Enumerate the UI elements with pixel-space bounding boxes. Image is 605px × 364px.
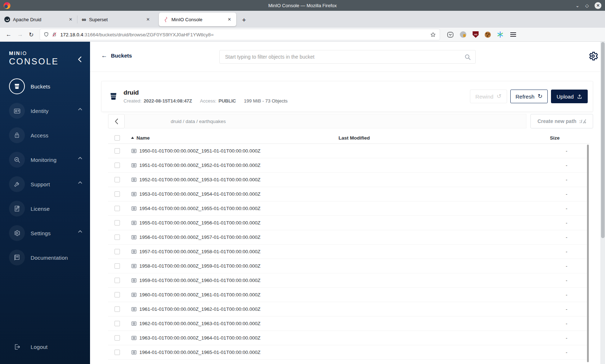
rewind-button[interactable]: Rewind↺ (470, 90, 507, 103)
table-row[interactable]: 1960-01-01T00:00:00.000Z_1961-01-01T00:0… (108, 288, 590, 302)
table-row[interactable]: 1950-01-01T00:00:00.000Z_1951-01-01T00:0… (108, 144, 590, 158)
tab-minio-console[interactable]: MinIO Console ✕ (159, 13, 236, 26)
row-checkbox[interactable] (115, 321, 120, 326)
tab-apache-druid[interactable]: Apache Druid ✕ (0, 13, 77, 26)
url-bar[interactable]: 172.18.0.4:31664/buckets/druid/browse/ZG… (40, 29, 440, 40)
page-scrollbar-thumb[interactable] (601, 42, 605, 238)
table-row[interactable]: 1961-01-01T00:00:00.000Z_1962-01-01T00:0… (108, 302, 590, 317)
row-checkbox[interactable] (115, 249, 120, 254)
table-row[interactable]: 1952-01-01T00:00:00.000Z_1953-01-01T00:0… (108, 173, 590, 187)
tab-close-icon[interactable]: ✕ (226, 16, 233, 23)
row-checkbox[interactable] (115, 278, 120, 283)
window-close-icon[interactable]: ✕ (595, 2, 601, 9)
sidebar-item-support[interactable]: Support (0, 176, 90, 192)
row-checkbox[interactable] (115, 206, 120, 211)
tracking-shield-icon[interactable] (44, 32, 49, 37)
page-scrollbar-track[interactable] (600, 42, 605, 364)
sidebar-item-license[interactable]: License (0, 201, 90, 217)
table-row[interactable]: 1951-01-01T00:00:00.000Z_1952-01-01T00:0… (108, 158, 590, 173)
cookie-extension-icon[interactable] (485, 32, 491, 38)
privacy-extension-icon[interactable] (460, 31, 466, 38)
nav-back-icon[interactable]: ← (6, 31, 12, 38)
create-new-path-button[interactable]: Create new path :/ (530, 114, 593, 128)
table-row[interactable]: 1954-01-01T00:00:00.000Z_1955-01-01T00:0… (108, 201, 590, 216)
chevron-up-icon[interactable] (78, 157, 82, 159)
sidebar-collapse-icon[interactable] (77, 56, 82, 63)
bookmark-star-icon[interactable] (430, 32, 436, 38)
path-back-button[interactable] (108, 114, 125, 128)
window-titlebar: MinIO Console — Mozilla Firefox ⌄ ◇ ✕ (0, 0, 605, 11)
table-row[interactable]: 1965-01-01T00:00:00.000Z_1966-01-01T00:0… (108, 360, 590, 364)
row-checkbox[interactable] (115, 235, 120, 240)
chevron-up-icon[interactable] (78, 181, 82, 184)
sidebar-item-access[interactable]: Access (0, 127, 90, 143)
bucket-icon (13, 83, 21, 90)
table-row[interactable]: 1962-01-01T00:00:00.000Z_1963-01-01T00:0… (108, 317, 590, 331)
search-input[interactable] (225, 54, 464, 60)
tab-close-icon[interactable]: ✕ (67, 16, 74, 23)
table-row[interactable]: 1963-01-01T00:00:00.000Z_1964-01-01T00:0… (108, 331, 590, 345)
tab-close-icon[interactable]: ✕ (145, 16, 151, 23)
table-scrollbar[interactable] (587, 145, 589, 362)
breadcrumb[interactable]: druid / data / earthquakes (125, 114, 526, 128)
object-size: - (543, 191, 590, 197)
filter-objects-search[interactable] (219, 50, 476, 64)
select-all-checkbox[interactable] (115, 135, 120, 141)
column-size[interactable]: Size (543, 135, 590, 141)
menu-hamburger-icon[interactable] (510, 32, 516, 37)
row-checkbox[interactable] (115, 263, 120, 269)
sidebar-item-documentation[interactable]: Documentation (0, 250, 90, 265)
browser-toolbar: ← → ↻ 172.18.0.4:31664/buckets/druid/bro… (0, 28, 605, 42)
gear-icon (13, 229, 21, 237)
refresh-button[interactable]: Refresh↻ (510, 90, 548, 103)
sidebar-item-settings[interactable]: Settings (0, 225, 90, 241)
back-to-buckets-button[interactable]: ← Buckets (101, 53, 132, 59)
settings-gear-icon[interactable] (588, 51, 599, 62)
object-name: 1952-01-01T00:00:00.000Z_1953-01-01T00:0… (139, 177, 260, 182)
sidebar-item-identity[interactable]: Identity (0, 103, 90, 119)
sidebar-item-logout[interactable]: Logout (0, 339, 90, 355)
object-size: - (543, 263, 590, 269)
table-row[interactable]: 1953-01-01T00:00:00.000Z_1954-01-01T00:0… (108, 187, 590, 201)
table-row[interactable]: 1959-01-01T00:00:00.000Z_1960-01-01T00:0… (108, 273, 590, 288)
table-row[interactable]: 1955-01-01T00:00:00.000Z_1956-01-01T00:0… (108, 216, 590, 230)
row-checkbox[interactable] (115, 191, 120, 197)
insecure-lock-icon[interactable] (52, 32, 57, 37)
object-name: 1953-01-01T00:00:00.000Z_1954-01-01T00:0… (139, 191, 260, 197)
monitoring-magnifier-icon (13, 156, 21, 164)
row-checkbox[interactable] (115, 350, 120, 355)
tab-superset[interactable]: ∞ Superset ✕ (77, 13, 155, 26)
row-checkbox[interactable] (115, 306, 120, 312)
table-row[interactable]: 1956-01-01T00:00:00.000Z_1957-01-01T00:0… (108, 230, 590, 245)
sidebar-item-buckets[interactable]: Buckets (0, 78, 90, 94)
row-checkbox[interactable] (115, 292, 120, 297)
nav-reload-icon[interactable]: ↻ (29, 31, 33, 38)
pocket-icon[interactable] (447, 32, 454, 38)
table-row[interactable]: 1958-01-01T00:00:00.000Z_1959-01-01T00:0… (108, 259, 590, 273)
asterisk-extension-icon[interactable] (497, 31, 503, 38)
window-minimize-icon[interactable]: ⌄ (575, 3, 579, 8)
row-checkbox[interactable] (115, 163, 120, 168)
new-tab-button[interactable]: + (242, 16, 246, 24)
superset-favicon-icon: ∞ (82, 17, 86, 23)
upload-button[interactable]: Upload (551, 90, 588, 103)
object-size: - (543, 306, 590, 312)
sort-ascending-icon[interactable] (131, 137, 134, 139)
nav-forward-icon[interactable]: → (17, 31, 23, 38)
table-row[interactable]: 1957-01-01T00:00:00.000Z_1958-01-01T00:0… (108, 245, 590, 259)
table-row[interactable]: 1964-01-01T00:00:00.000Z_1965-01-01T00:0… (108, 345, 590, 360)
column-name[interactable]: Name (136, 135, 150, 141)
column-last-modified[interactable]: Last Modified (339, 135, 543, 141)
row-checkbox[interactable] (115, 335, 120, 341)
ublock-origin-icon[interactable]: UO (472, 31, 479, 38)
chevron-up-icon[interactable] (78, 230, 82, 233)
chevron-up-icon[interactable] (78, 108, 82, 110)
row-checkbox[interactable] (115, 148, 120, 154)
row-checkbox[interactable] (115, 177, 120, 182)
folder-prefix-icon (131, 191, 137, 197)
sidebar-item-monitoring[interactable]: Monitoring (0, 152, 90, 168)
window-maximize-icon[interactable]: ◇ (585, 3, 589, 8)
lock-icon (13, 132, 21, 139)
object-size: - (543, 235, 590, 240)
row-checkbox[interactable] (115, 220, 120, 226)
